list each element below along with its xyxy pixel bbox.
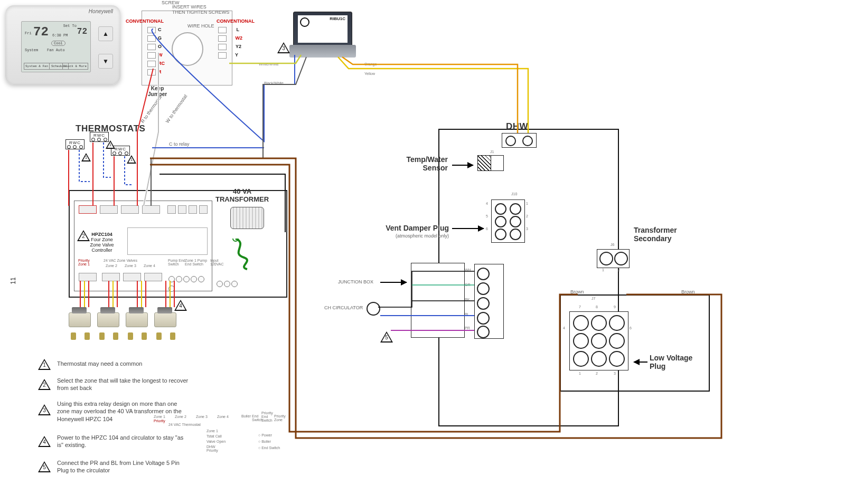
term-w2: W2 [236, 35, 243, 41]
boiler-col: Boiler [241, 414, 251, 418]
zone4-lbl: Zone 4 [217, 415, 229, 419]
wiring-diagram: Honeywell Fri 72 6:30 PM Set To 72 Cool … [0, 0, 845, 504]
term-y2: Y2 [236, 44, 241, 49]
binput: Input 120VAC [210, 259, 224, 266]
note4: Power to the HPZC 104 and circulator to … [57, 434, 189, 449]
callout-3-relay: 3 [277, 42, 290, 53]
stat-z1: Zone 1 [206, 429, 218, 433]
zone-valve-4 [154, 312, 177, 336]
dhw-terminals [502, 133, 537, 148]
lvp-brown-box [560, 294, 710, 392]
note2: Select the zone that will take the longe… [57, 377, 189, 392]
note5: Connect the PR and BL from Line Voltage … [57, 459, 189, 474]
transformer-icon [230, 207, 264, 229]
pin-gr: GR [465, 283, 471, 287]
callout-1a: 1 [81, 153, 91, 161]
thermo-fan: Fan Auto [47, 48, 65, 52]
thermostat-screen: Fri 72 6:30 PM Set To 72 Cool System Fan… [21, 21, 91, 72]
dhw-label: DHW [506, 121, 528, 132]
note3: Using this extra relay design on more th… [57, 400, 189, 423]
j10n3: 3 [526, 227, 528, 231]
j1-label: J1 [490, 150, 494, 154]
stat-dhw: DHW Priority [206, 445, 218, 452]
c-to-relay: C to relay [169, 141, 190, 147]
note3-icon: 3 [38, 404, 51, 415]
page-number: 11 [10, 277, 17, 284]
junction-arrow [380, 282, 407, 283]
j6n2: 2 [618, 268, 620, 272]
note4-icon: 4 [38, 436, 51, 447]
wirehole-label: WIRE HOLE [187, 23, 214, 28]
term-w: W [158, 52, 163, 58]
note5-icon: 5 [38, 461, 51, 472]
w-to-thermo: W to thermostat [165, 93, 189, 124]
pzone-col: Priority Zone [274, 414, 286, 422]
j6-plug [597, 249, 630, 268]
wire-yellow: Yellow [364, 72, 375, 75]
hpzc-sub2: Zone Valve Controller [90, 242, 114, 253]
thermo-down-icon: ▼ [98, 54, 113, 69]
led-endsw: ○ End Switch [258, 446, 280, 450]
callout-2: 2 [77, 230, 90, 241]
thermo-up-icon: ▲ [98, 26, 113, 41]
pendsw-col: Priority End Switch [261, 411, 273, 422]
pin-bl: BL [465, 312, 470, 316]
thermo-setto: 72 [77, 27, 87, 36]
led-power: ○ Power [258, 433, 272, 437]
bz2: Zone 2 [106, 264, 117, 268]
j10n2: 2 [526, 214, 528, 218]
stat-call: Tstat Call [206, 434, 222, 438]
zone3-lbl: Zone 3 [196, 415, 208, 419]
thermo-cool: Cool [51, 41, 65, 46]
led-boiler: ○ Boiler [258, 440, 271, 443]
note2-icon: 2 [38, 379, 51, 390]
callout-1c: 1 [127, 155, 136, 164]
j6n1: 1 [602, 268, 604, 272]
hpzc-model: HPZC104 [91, 232, 112, 237]
term-y: Y [235, 52, 238, 58]
j6-label: J6 [611, 243, 614, 246]
wirehole-icon [172, 32, 203, 66]
hpzc-sub1: Four Zone [91, 237, 113, 242]
wire-white: White/White [259, 62, 279, 66]
thermo-day: Fri [25, 31, 32, 35]
junction-box: JUNCTION BOX [338, 279, 373, 284]
bz1pump: Zone 1 Pump End Switch [185, 259, 207, 266]
conventional-left: CONVENTIONAL [126, 18, 164, 24]
wire-blackwhite: Black/White [264, 81, 284, 85]
vent-damper-arrow [452, 228, 484, 229]
thermo-time: 6:30 PM [52, 33, 68, 37]
note1: Thermostat may need a common [57, 360, 142, 367]
j10-label: J10 [511, 192, 517, 196]
wire-orange: Orange [364, 62, 377, 66]
callout-5: 5 [380, 331, 393, 343]
zone-valve-3 [126, 312, 149, 336]
bpump: Pump End Switch [168, 259, 185, 266]
circulator-icon [367, 302, 380, 316]
pin-bk: BK [465, 298, 470, 301]
junction-box-frame [411, 263, 465, 338]
thermo-setto-label: Set To [63, 24, 77, 28]
five-pin-plug [474, 264, 504, 339]
relay-ribu1c: RIBU1C [293, 12, 352, 54]
insert-label: INSERT WIRES THEN TIGHTEN SCREWS [172, 4, 229, 15]
vent-damper-sub: (atmospheric model only) [370, 233, 449, 239]
conventional-right: CONVENTIONAL [217, 18, 255, 24]
temp-sensor-arrow [452, 165, 473, 166]
transformer-label: 40 VA TRANSFORMER [215, 187, 269, 203]
term-l: L [237, 27, 240, 32]
rwc-1: RWC [65, 139, 84, 149]
bz4: Zone 4 [144, 264, 155, 268]
thermo-temp: 72 [33, 25, 49, 39]
thermo-system: System [25, 48, 38, 52]
term-o: O [158, 44, 162, 49]
pin-wh: WH [465, 268, 471, 272]
stat-vo: Valve Open [206, 440, 226, 443]
j10n6: 6 [486, 227, 488, 231]
zone-valve-2 [97, 312, 120, 336]
bottom-pzone1: Priority Zone 1 [78, 259, 90, 266]
callout-4: 4 [174, 300, 187, 311]
callout-1b: 1 [106, 140, 115, 149]
term-rc: RC [158, 61, 165, 66]
ul-icon [300, 17, 309, 27]
